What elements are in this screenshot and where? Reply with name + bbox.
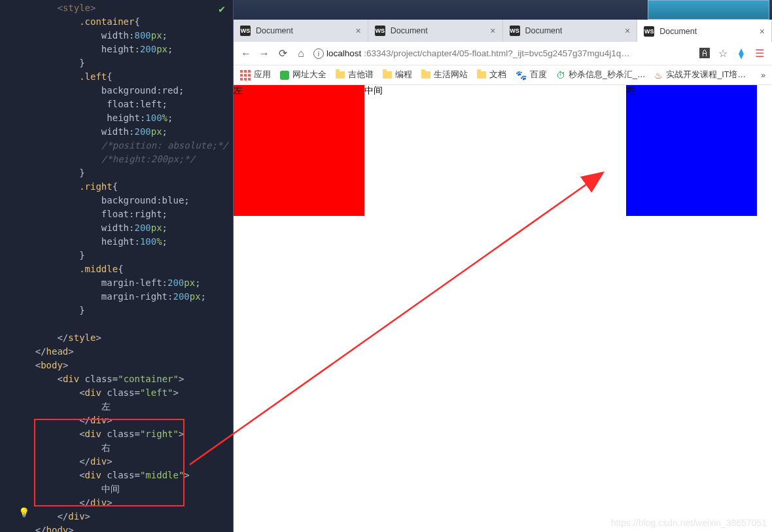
bookmark-label: 文档 — [489, 69, 506, 80]
url-host: localhost — [326, 48, 361, 58]
code-line[interactable]: /*position: absolute;*/ — [13, 139, 233, 152]
extension-icon[interactable]: ⧫ — [735, 47, 747, 60]
tab-close-icon[interactable]: × — [356, 26, 361, 36]
code-line[interactable]: .container{ — [13, 15, 233, 29]
code-line[interactable]: width:200px; — [13, 125, 233, 139]
code-line[interactable]: 右 — [13, 441, 233, 455]
browser-tab[interactable]: WSDocument× — [503, 20, 638, 42]
code-line[interactable]: <body> — [13, 359, 233, 372]
nav-back-icon[interactable]: ← — [240, 48, 252, 60]
bookmark-label: 网址大全 — [292, 69, 326, 80]
clock-icon: ⏱ — [556, 70, 565, 80]
demo-right: 右 — [626, 85, 757, 216]
code-line[interactable]: height:200px; — [13, 43, 233, 56]
code-line[interactable]: 中间 — [13, 482, 233, 496]
tab-close-icon[interactable]: × — [625, 26, 630, 36]
code-line[interactable]: <div class="middle"> — [13, 469, 233, 482]
code-line[interactable]: float:left; — [13, 98, 233, 111]
browser-tab[interactable]: WSDocument× — [234, 20, 368, 42]
code-line[interactable]: } — [13, 304, 233, 317]
code-line[interactable]: float:right; — [13, 207, 233, 221]
code-line[interactable]: <style> — [13, 1, 233, 15]
code-line[interactable]: background:blue; — [13, 194, 233, 207]
flame-icon: ♨ — [654, 70, 663, 80]
code-line[interactable] — [13, 317, 233, 331]
profile-icon[interactable]: ☰ — [754, 47, 765, 60]
browser-window: WSDocument×WSDocument×WSDocument×WSDocum… — [233, 0, 772, 532]
browser-tab[interactable]: WSDocument× — [368, 20, 503, 42]
code-line[interactable]: margin-left:200px; — [13, 276, 233, 290]
bookmark-label: 实战开发课程_IT培… — [666, 69, 746, 80]
code-line[interactable]: .left{ — [13, 70, 233, 84]
code-line[interactable]: <div class="container"> — [13, 372, 233, 386]
code-line[interactable]: </div> — [13, 510, 233, 523]
code-line[interactable]: width:800px; — [13, 29, 233, 43]
folder-icon — [383, 71, 392, 79]
code-line[interactable]: .middle{ — [13, 262, 233, 276]
code-line[interactable]: </style> — [13, 331, 233, 345]
address-bar: ← → ⟳ ⌂ i localhost:63343/project/chapte… — [234, 42, 772, 65]
watermark: https://blog.csdn.net/weixin_38657051 — [611, 518, 767, 528]
code-line[interactable]: </div> — [13, 496, 233, 510]
baidu-icon: 🐾 — [516, 70, 527, 80]
code-line[interactable]: </head> — [13, 345, 233, 359]
code-line[interactable]: /*height:200px;*/ — [13, 152, 233, 166]
code-line[interactable]: <div class="right"> — [13, 427, 233, 441]
browser-tabs: WSDocument×WSDocument×WSDocument×WSDocum… — [234, 20, 772, 42]
code-line[interactable]: margin-right:200px; — [13, 290, 233, 304]
code-line[interactable]: height:100%; — [13, 111, 233, 125]
nav-reload-icon[interactable]: ⟳ — [277, 47, 289, 60]
code-line[interactable]: } — [13, 249, 233, 262]
code-line[interactable]: </div> — [13, 414, 233, 427]
tab-close-icon[interactable]: × — [490, 26, 495, 36]
tab-label: Document — [525, 26, 563, 35]
url-path: :63343/project/chapter4/05-float.html?_i… — [364, 48, 629, 58]
code-line[interactable]: background:red; — [13, 84, 233, 98]
tab-close-icon[interactable]: × — [760, 26, 765, 37]
code-line[interactable]: width:200px; — [13, 221, 233, 235]
code-line[interactable]: 左 — [13, 400, 233, 414]
nav-forward-icon[interactable]: → — [258, 48, 270, 60]
bookmark-item[interactable]: 生活网站 — [421, 69, 468, 80]
bookmark-label: 生活网站 — [434, 69, 468, 80]
demo-left: 左 — [234, 85, 364, 216]
bookmark-item[interactable]: 编程 — [383, 69, 412, 80]
webstorm-favicon-icon: WS — [375, 26, 385, 36]
bookmark-item[interactable]: 文档 — [477, 69, 506, 80]
bookmark-label: 编程 — [395, 69, 412, 80]
nav-home-icon[interactable]: ⌂ — [295, 48, 307, 60]
bookmark-item[interactable]: 吉他谱 — [336, 69, 374, 80]
code-line[interactable]: </div> — [13, 455, 233, 469]
bookmark-star-icon[interactable]: ☆ — [717, 47, 729, 60]
bookmark-item[interactable]: ⏱秒杀信息_秒杀汇_… — [556, 69, 645, 80]
bookmark-item[interactable]: 🐾百度 — [516, 69, 547, 80]
webstorm-favicon-icon: WS — [510, 26, 520, 36]
ide-editor[interactable]: ✔ <style> .container{ width:800px; heigh… — [0, 0, 233, 532]
code-line[interactable]: <div class="left"> — [13, 386, 233, 400]
code-line[interactable]: height:100%; — [13, 235, 233, 249]
bookmark-item[interactable]: 网址大全 — [280, 69, 326, 80]
demo-middle: 中间 — [364, 85, 626, 216]
site-icon — [280, 71, 289, 80]
folder-icon — [421, 71, 430, 79]
webstorm-favicon-icon: WS — [644, 26, 654, 37]
intention-bulb-icon[interactable]: 💡 — [18, 507, 29, 518]
tab-label: Document — [659, 27, 697, 36]
code-area[interactable]: <style> .container{ width:800px; height:… — [0, 0, 233, 532]
bookmarks-bar: 应用 网址大全吉他谱编程生活网站文档🐾百度⏱秒杀信息_秒杀汇_…♨实战开发课程_… — [234, 65, 772, 85]
bookmark-item[interactable]: ♨实战开发课程_IT培… — [654, 69, 746, 80]
apps-shortcut[interactable]: 应用 — [240, 69, 271, 80]
apps-label: 应用 — [254, 69, 271, 80]
code-line[interactable]: </body> — [13, 523, 233, 532]
folder-icon — [477, 71, 486, 79]
bookmark-label: 吉他谱 — [348, 69, 374, 80]
url-box[interactable]: i localhost:63343/project/chapter4/05-fl… — [313, 48, 692, 59]
site-info-icon[interactable]: i — [313, 48, 324, 59]
code-line[interactable]: } — [13, 56, 233, 70]
code-line[interactable]: } — [13, 166, 233, 180]
page-viewport[interactable]: 左 右 中间 — [234, 85, 772, 532]
code-line[interactable]: .right{ — [13, 180, 233, 194]
browser-tab[interactable]: WSDocument× — [637, 20, 772, 42]
translate-icon[interactable]: 🅰 — [699, 48, 711, 60]
bookmarks-overflow-icon[interactable]: » — [761, 71, 765, 80]
